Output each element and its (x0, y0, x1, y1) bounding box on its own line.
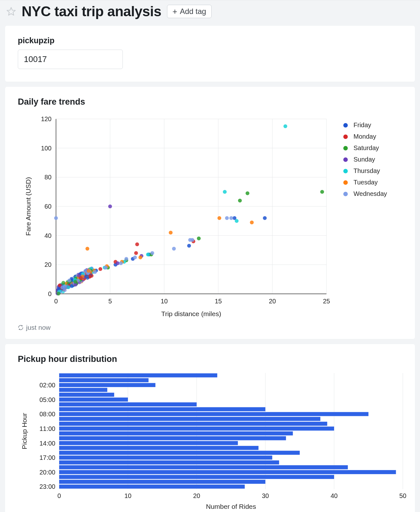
refresh-icon (18, 325, 24, 330)
svg-point-264 (61, 281, 65, 285)
svg-rect-345 (59, 441, 238, 445)
svg-point-86 (223, 190, 227, 194)
daily-fare-card: Daily fare trends 0510152025020406080100… (5, 87, 415, 339)
svg-text:0: 0 (48, 290, 52, 297)
svg-text:40: 40 (45, 232, 52, 239)
svg-text:20: 20 (45, 261, 52, 268)
svg-point-51 (98, 267, 102, 271)
svg-text:11:00: 11:00 (39, 425, 55, 432)
svg-point-303 (343, 135, 348, 139)
svg-text:100: 100 (41, 145, 52, 152)
svg-point-298 (87, 269, 90, 273)
svg-text:60: 60 (45, 203, 52, 210)
svg-rect-355 (59, 475, 334, 479)
svg-rect-347 (59, 446, 258, 450)
svg-rect-333 (59, 398, 128, 402)
svg-point-113 (124, 257, 128, 261)
svg-text:Friday: Friday (354, 121, 371, 128)
svg-text:20:00: 20:00 (39, 469, 55, 476)
svg-point-299 (70, 284, 74, 288)
svg-point-115 (150, 251, 154, 255)
svg-point-100 (169, 231, 172, 235)
svg-text:40: 40 (331, 492, 338, 499)
svg-text:120: 120 (41, 115, 52, 122)
chart-title-pickup: Pickup hour distribution (18, 354, 402, 364)
svg-point-313 (343, 192, 348, 196)
svg-point-110 (93, 270, 97, 274)
svg-rect-337 (59, 412, 368, 416)
star-icon[interactable] (6, 7, 16, 16)
svg-rect-336 (59, 407, 265, 411)
svg-point-95 (86, 247, 89, 251)
svg-marker-0 (7, 8, 15, 15)
svg-text:25: 25 (323, 298, 330, 305)
svg-rect-332 (59, 393, 114, 397)
svg-rect-335 (59, 402, 197, 406)
svg-point-112 (119, 261, 123, 265)
svg-text:Tuesday: Tuesday (354, 179, 378, 186)
svg-point-292 (85, 274, 89, 278)
svg-rect-353 (59, 470, 396, 474)
svg-point-102 (250, 220, 254, 224)
svg-rect-348 (59, 451, 300, 455)
svg-point-68 (320, 190, 324, 194)
svg-rect-329 (59, 383, 155, 387)
add-tag-button[interactable]: + Add tag (167, 5, 212, 18)
svg-point-118 (190, 238, 194, 242)
svg-point-44 (263, 216, 267, 220)
refresh-label: just now (26, 324, 51, 331)
svg-text:05:00: 05:00 (39, 396, 55, 403)
svg-text:Sunday: Sunday (354, 156, 375, 163)
svg-point-88 (284, 124, 287, 128)
svg-point-282 (67, 279, 71, 282)
svg-point-301 (343, 123, 348, 128)
svg-point-101 (217, 216, 221, 220)
svg-text:20: 20 (269, 298, 276, 305)
svg-point-116 (172, 247, 176, 251)
svg-point-42 (187, 244, 191, 248)
svg-rect-344 (59, 436, 286, 440)
svg-point-111 (104, 266, 108, 270)
svg-text:Thursday: Thursday (354, 167, 380, 174)
svg-text:10: 10 (124, 492, 131, 499)
svg-point-120 (229, 216, 233, 220)
refresh-status[interactable]: just now (18, 324, 402, 331)
svg-text:30: 30 (262, 492, 269, 499)
add-tag-label: Add tag (180, 7, 206, 16)
plus-icon: + (172, 7, 177, 16)
svg-text:Saturday: Saturday (354, 144, 379, 151)
svg-text:17:00: 17:00 (39, 454, 55, 461)
svg-text:02:00: 02:00 (39, 382, 55, 389)
svg-point-53 (134, 251, 138, 255)
svg-point-300 (79, 276, 83, 280)
pickupzip-input[interactable] (18, 50, 123, 69)
svg-text:50: 50 (399, 492, 406, 499)
svg-point-309 (343, 169, 348, 173)
svg-text:80: 80 (45, 174, 52, 181)
svg-rect-340 (59, 422, 327, 426)
svg-point-297 (74, 280, 77, 284)
svg-point-305 (343, 146, 348, 150)
svg-point-285 (57, 292, 60, 295)
svg-text:Trip distance (miles): Trip distance (miles) (161, 310, 221, 317)
svg-point-119 (225, 216, 229, 220)
svg-point-66 (238, 199, 242, 203)
svg-point-85 (146, 253, 150, 256)
svg-rect-328 (59, 378, 149, 382)
svg-rect-356 (59, 480, 265, 484)
svg-point-67 (246, 191, 249, 195)
svg-point-99 (138, 255, 142, 259)
svg-text:23:00: 23:00 (39, 483, 55, 490)
param-label: pickupzip (18, 36, 402, 45)
svg-text:0: 0 (54, 298, 58, 305)
svg-text:Monday: Monday (354, 133, 376, 140)
pickup-dist-card: Pickup hour distribution 0102030405002:0… (5, 344, 415, 512)
svg-rect-327 (59, 373, 217, 377)
svg-text:14:00: 14:00 (39, 440, 55, 447)
svg-text:10: 10 (161, 298, 168, 305)
svg-text:20: 20 (193, 492, 200, 499)
bar-chart: 0102030405002:0005:0008:0011:0014:0017:0… (18, 370, 409, 511)
svg-point-87 (235, 219, 239, 223)
svg-rect-343 (59, 432, 293, 436)
svg-rect-352 (59, 465, 348, 469)
